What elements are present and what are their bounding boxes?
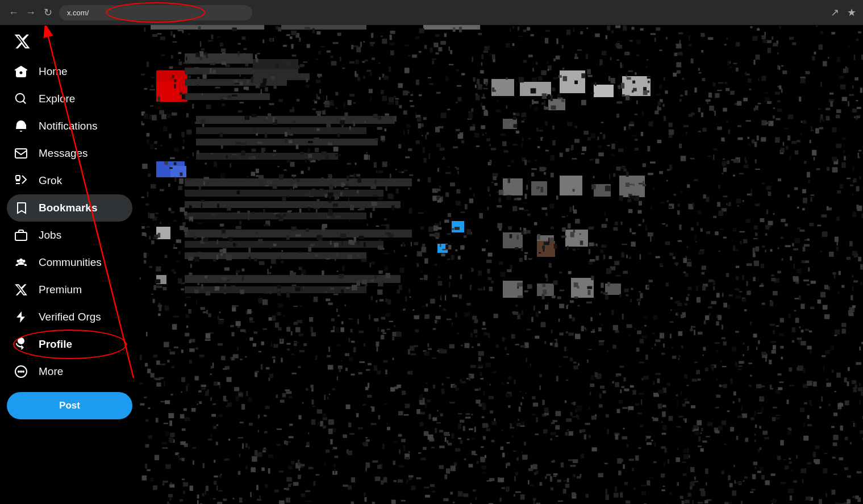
svg-point-6 (18, 371, 19, 372)
sidebar-item-communities[interactable]: Communities (7, 249, 132, 276)
sidebar-item-home[interactable]: Home (7, 58, 132, 85)
sidebar-item-notifications[interactable]: Notifications (7, 113, 132, 140)
person-icon (14, 337, 28, 352)
people-icon (14, 255, 28, 270)
forward-button[interactable]: → (24, 6, 37, 19)
cast-icon[interactable]: ↗ (831, 6, 839, 19)
svg-point-7 (20, 371, 22, 372)
dots-circle-icon (14, 364, 28, 379)
svg-rect-4 (15, 232, 27, 240)
svg-point-8 (23, 371, 24, 372)
back-button[interactable]: ← (7, 6, 20, 19)
sidebar-item-grok[interactable]: Grok (7, 167, 132, 194)
sidebar-item-verified-orgs-label: Verified Orgs (39, 311, 101, 323)
sidebar-item-home-label: Home (39, 65, 68, 78)
content-canvas (139, 25, 863, 504)
envelope-icon (14, 146, 28, 161)
sidebar-item-grok-label: Grok (39, 174, 62, 187)
post-button[interactable]: Post (7, 392, 132, 419)
sidebar-item-messages-label: Messages (39, 147, 88, 160)
sidebar-item-jobs[interactable]: Jobs (7, 222, 132, 249)
sidebar-item-jobs-label: Jobs (39, 229, 61, 241)
browser-chrome: ← → ↻ ↗ ★ (0, 0, 863, 25)
page-layout: Home Explore Notifications Messages (0, 25, 863, 504)
nav-buttons: ← → ↻ (7, 6, 55, 19)
bookmark-star-icon[interactable]: ★ (847, 6, 856, 19)
refresh-button[interactable]: ↻ (41, 6, 55, 19)
x-logo[interactable] (7, 27, 132, 56)
sidebar-item-profile[interactable]: Profile (7, 331, 132, 358)
sidebar-item-explore-label: Explore (39, 93, 75, 105)
sidebar-item-premium[interactable]: Premium (7, 276, 132, 303)
profile-oval-wrapper: Profile (7, 331, 132, 358)
sidebar-item-communities-label: Communities (39, 256, 102, 269)
bell-icon (14, 119, 28, 134)
sidebar-item-profile-label: Profile (39, 338, 72, 351)
grok-icon (14, 173, 28, 188)
sidebar-item-premium-label: Premium (39, 284, 82, 296)
briefcase-icon (14, 228, 28, 243)
browser-actions: ↗ ★ (831, 6, 856, 19)
sidebar-item-notifications-label: Notifications (39, 120, 98, 132)
bookmark-icon (14, 201, 28, 215)
address-bar[interactable] (59, 5, 252, 20)
sidebar: Home Explore Notifications Messages (0, 25, 139, 504)
content-area (139, 25, 863, 504)
address-bar-wrapper (59, 5, 252, 20)
sidebar-item-bookmarks[interactable]: Bookmarks (7, 194, 132, 222)
sidebar-item-messages[interactable]: Messages (7, 140, 132, 167)
premium-icon (14, 282, 28, 297)
sidebar-item-verified-orgs[interactable]: Verified Orgs (7, 303, 132, 331)
svg-rect-3 (16, 176, 20, 180)
home-icon (14, 64, 28, 79)
sidebar-item-more-label: More (39, 365, 63, 378)
bolt-icon (14, 310, 28, 324)
sidebar-item-bookmarks-label: Bookmarks (39, 202, 98, 214)
search-icon (14, 91, 28, 106)
sidebar-item-more[interactable]: More (7, 358, 132, 385)
svg-rect-2 (15, 149, 27, 158)
sidebar-item-explore[interactable]: Explore (7, 85, 132, 113)
